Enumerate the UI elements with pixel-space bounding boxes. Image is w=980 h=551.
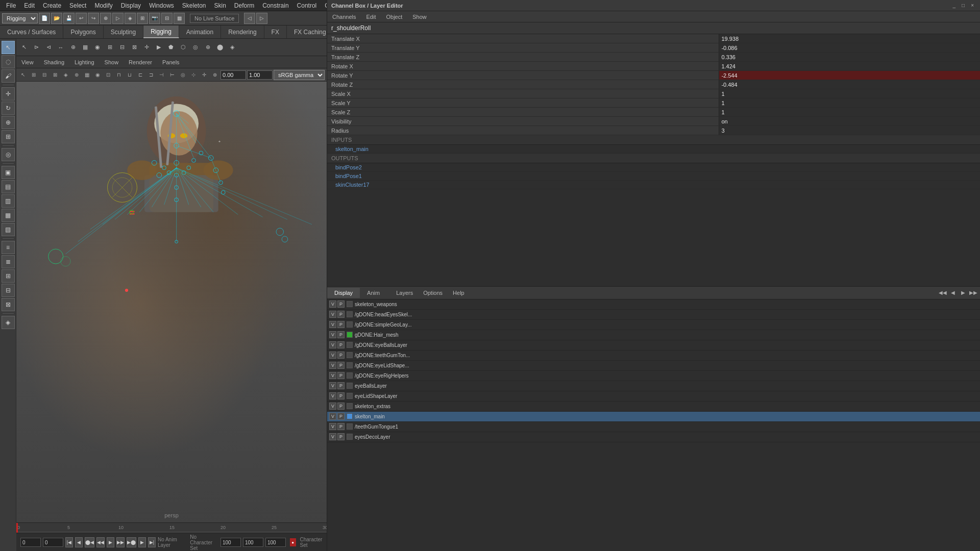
lasso-tool[interactable]: ◌ xyxy=(2,55,15,68)
layer-v-btn[interactable]: V xyxy=(329,362,336,369)
display-btn[interactable]: ⊞ xyxy=(137,13,148,24)
cb-menu-edit[interactable]: Edit xyxy=(361,13,381,21)
save-btn[interactable]: 💾 xyxy=(63,13,75,24)
da-help[interactable]: Help xyxy=(448,289,470,297)
sec-btn-12[interactable]: ▶ xyxy=(153,42,164,53)
sec-btn-6[interactable]: ▦ xyxy=(80,42,91,53)
view-menu-panels[interactable]: Panels xyxy=(157,58,185,66)
tl-prev-frame-btn[interactable]: ◀ xyxy=(75,537,83,547)
sec-btn-9[interactable]: ⊟ xyxy=(116,42,128,53)
new-btn[interactable]: 📄 xyxy=(39,13,50,24)
tool-5[interactable]: ▤ xyxy=(2,180,15,193)
tab-rigging[interactable]: Rigging xyxy=(143,26,179,38)
layer-p-btn[interactable]: P xyxy=(337,321,345,328)
tb3-14[interactable]: ⊣ xyxy=(157,70,166,80)
tl-range-total[interactable] xyxy=(265,538,286,547)
layer-row[interactable]: V P /teethGumTongue1 xyxy=(327,422,980,432)
menu-constrain[interactable]: Constrain xyxy=(258,1,292,10)
tool-7[interactable]: ▦ xyxy=(2,209,15,222)
layer-btn-prev-prev[interactable]: ◀◀ xyxy=(938,288,947,297)
tl-range-end[interactable] xyxy=(243,538,263,547)
cb-close[interactable]: × xyxy=(969,3,976,8)
layer-row[interactable]: V P /gDONE:headEyesSkel... xyxy=(327,310,980,320)
cb-maximize[interactable]: □ xyxy=(960,3,967,8)
layer-v-btn[interactable]: V xyxy=(329,423,336,430)
tl-prev-key-btn[interactable]: ⬤◀ xyxy=(85,537,94,547)
sec-btn-3[interactable]: ⊲ xyxy=(43,42,54,53)
layer-btn-prev[interactable]: ◀ xyxy=(948,288,958,297)
tl-play-back-btn[interactable]: ◀◀ xyxy=(96,537,105,547)
sec-btn-5[interactable]: ⊕ xyxy=(67,42,79,53)
tool-14[interactable]: ◈ xyxy=(2,316,15,329)
tb3-8[interactable]: ◉ xyxy=(93,70,103,80)
layer-v-btn[interactable]: V xyxy=(329,433,336,440)
layer-v-btn[interactable]: V xyxy=(329,321,336,328)
layer-p-btn[interactable]: P xyxy=(337,362,345,369)
layer-row[interactable]: V P gDONE:Hair_mesh xyxy=(327,330,980,340)
layer-row[interactable]: V P /gDONE:teethGumTon... xyxy=(327,350,980,361)
tl-range-start[interactable] xyxy=(220,538,241,547)
tab-display[interactable]: Display xyxy=(327,288,360,298)
layer-p-btn[interactable]: P xyxy=(337,311,345,318)
undo-btn[interactable]: ↩ xyxy=(76,13,87,24)
layer-btn-next[interactable]: ▶ xyxy=(959,288,968,297)
menu-file[interactable]: File xyxy=(2,1,20,10)
tl-next-key-btn[interactable]: ▶⬤ xyxy=(127,537,136,547)
sec-btn-10[interactable]: ⊠ xyxy=(129,42,140,53)
tl-play-btn[interactable]: ▶ xyxy=(107,537,114,547)
layer-v-btn[interactable]: V xyxy=(329,300,336,308)
sec-btn-2[interactable]: ⊳ xyxy=(31,42,42,53)
paint-tool[interactable]: 🖌 xyxy=(2,69,15,83)
layer-row[interactable]: V P eyeBallsLayer xyxy=(327,381,980,391)
layer-row[interactable]: V P /gDONE:simpleGeoLay... xyxy=(327,320,980,330)
tab-fx[interactable]: FX xyxy=(264,26,287,38)
tab-rendering[interactable]: Rendering xyxy=(221,26,264,38)
layer-p-btn[interactable]: P xyxy=(337,403,345,410)
layer-p-btn[interactable]: P xyxy=(337,352,345,359)
sec-btn-16[interactable]: ⊕ xyxy=(202,42,213,53)
tl-start-btn[interactable]: |◀ xyxy=(65,537,73,547)
move-tool[interactable]: ✛ xyxy=(2,87,15,101)
tool-4[interactable]: ▣ xyxy=(2,166,15,179)
sec-btn-13[interactable]: ⬟ xyxy=(165,42,177,53)
da-options[interactable]: Options xyxy=(418,289,448,297)
tb3-17[interactable]: ⊹ xyxy=(189,70,199,80)
layer-p-btn[interactable]: P xyxy=(337,413,345,420)
layer-row[interactable]: V P /gDONE:eyeRigHelpers xyxy=(327,371,980,381)
viewport[interactable]: + persp xyxy=(16,82,327,522)
layer-v-btn[interactable]: V xyxy=(329,382,336,389)
tb3-12[interactable]: ⊏ xyxy=(135,70,145,80)
cb-menu-object[interactable]: Object xyxy=(381,13,407,21)
scale-tool[interactable]: ⊕ xyxy=(2,116,15,129)
sec-btn-7[interactable]: ◉ xyxy=(92,42,103,53)
sec-btn-18[interactable]: ◈ xyxy=(227,42,238,53)
sec-btn-4[interactable]: ↔ xyxy=(55,42,66,53)
tb3-10[interactable]: ⊓ xyxy=(114,70,124,80)
tb3-2[interactable]: ⊞ xyxy=(29,70,39,80)
ipr-btn[interactable]: ◈ xyxy=(125,13,136,24)
layer-p-btn[interactable]: P xyxy=(337,300,345,308)
tb3-13[interactable]: ⊐ xyxy=(146,70,156,80)
output-skincluster17[interactable]: skinCluster17 xyxy=(327,181,980,189)
sec-btn-17[interactable]: ⬤ xyxy=(214,42,226,53)
layer-p-btn[interactable]: P xyxy=(337,382,345,389)
tool-8[interactable]: ▧ xyxy=(2,223,15,236)
cb-menu-show[interactable]: Show xyxy=(407,13,432,21)
tl-current-input[interactable] xyxy=(43,538,63,547)
tool-10[interactable]: ≣ xyxy=(2,255,15,268)
tb3-11[interactable]: ⊔ xyxy=(125,70,134,80)
output-bindpose1[interactable]: bindPose1 xyxy=(327,172,980,181)
mesh-btn[interactable]: ▦ xyxy=(174,13,185,24)
menu-skeleton[interactable]: Skeleton xyxy=(178,1,210,10)
tab-sculpting[interactable]: Sculpting xyxy=(104,26,143,38)
layer-p-btn[interactable]: P xyxy=(337,392,345,399)
layer-v-btn[interactable]: V xyxy=(329,311,336,318)
grid-btn[interactable]: ⊟ xyxy=(161,13,173,24)
tool-11[interactable]: ⊞ xyxy=(2,269,15,283)
tl-next-frame-btn[interactable]: ▶ xyxy=(138,537,146,547)
layer-p-btn[interactable]: P xyxy=(337,433,345,440)
tool-9[interactable]: ≡ xyxy=(2,241,15,254)
mode-dropdown[interactable]: Rigging xyxy=(2,13,38,23)
tool-12[interactable]: ⊟ xyxy=(2,284,15,297)
rotate-tool[interactable]: ↻ xyxy=(2,102,15,115)
